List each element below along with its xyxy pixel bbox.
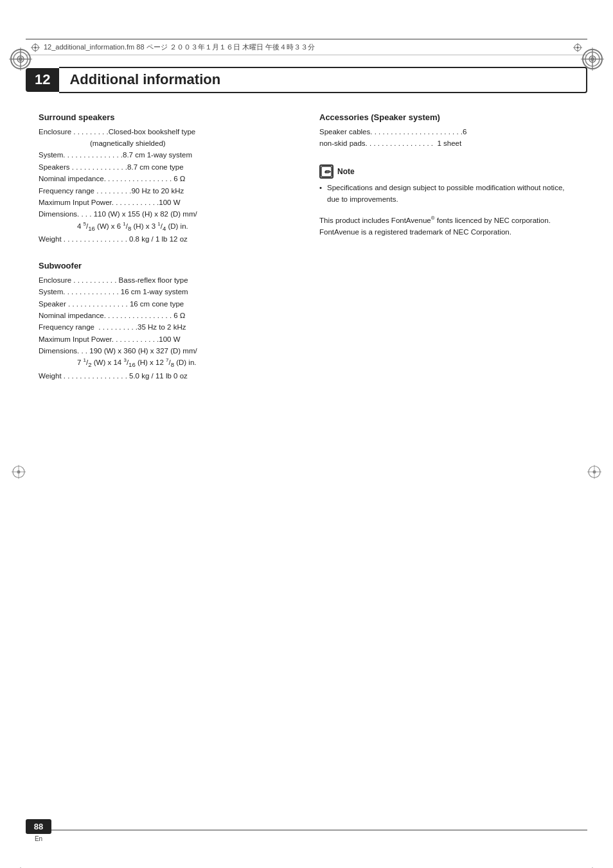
spec-line-9: 4 5/16 (W) x 6 1/8 (H) x 3 1/4 (D) in.: [39, 220, 294, 234]
right-side-reg: [587, 465, 601, 481]
sub-spec-line-7: Dimensions. . . 190 (W) x 360 (H) x 327 …: [39, 345, 294, 357]
subwoofer-section: Subwoofer Enclosure . . . . . . . . . . …: [39, 261, 294, 382]
file-info-text: 12_additional_information.fm 88 ページ ２００３…: [44, 42, 315, 52]
bottom-border-line: [26, 829, 587, 831]
page-lang: En: [26, 835, 51, 842]
surround-speakers-specs: Enclosure . . . . . . . . .Closed-box bo…: [39, 126, 294, 245]
spec-line-3: System. . . . . . . . . . . . . . .8.7 c…: [39, 149, 294, 161]
page-number-area: 88 En: [26, 819, 51, 842]
sub-spec-line-6: Maximum Input Power. . . . . . . . . . .…: [39, 333, 294, 345]
note-bullet-text: Specifications and design subject to pos…: [319, 182, 574, 206]
surround-speakers-section: Surround speakers Enclosure . . . . . . …: [39, 112, 294, 245]
pencil-icon: ✏: [321, 166, 332, 177]
acc-spec-line-1: Speaker cables. . . . . . . . . . . . . …: [319, 126, 574, 137]
accessories-specs: Speaker cables. . . . . . . . . . . . . …: [319, 126, 574, 150]
surround-speakers-heading: Surround speakers: [39, 112, 294, 122]
accessories-heading: Accessories (Speaker system): [319, 112, 574, 122]
left-column: Surround speakers Enclosure . . . . . . …: [39, 112, 294, 398]
sub-spec-line-4: Nominal impedance. . . . . . . . . . . .…: [39, 310, 294, 321]
subwoofer-specs: Enclosure . . . . . . . . . . . Bass-ref…: [39, 274, 294, 382]
file-info-bar: 12_additional_information.fm 88 ページ ２００３…: [26, 39, 587, 55]
top-left-corner-mark: [9, 48, 32, 73]
spec-line-6: Frequency range . . . . . . . . .90 Hz t…: [39, 185, 294, 197]
subwoofer-heading: Subwoofer: [39, 261, 294, 270]
sub-spec-line-3: Speaker . . . . . . . . . . . . . . . 16…: [39, 298, 294, 310]
crosshair-icon: [31, 43, 40, 52]
spec-line-5: Nominal impedance. . . . . . . . . . . .…: [39, 173, 294, 184]
right-column: Accessories (Speaker system) Speaker cab…: [319, 112, 574, 398]
spec-line-2: (magnetically shielded): [39, 137, 294, 149]
note-label: Note: [337, 167, 355, 176]
spec-line-7: Maximum Input Power. . . . . . . . . . .…: [39, 197, 294, 208]
top-right-corner-mark: [581, 48, 604, 73]
chapter-header: 12 Additional information: [26, 67, 587, 93]
fontavenue-paragraph: This product includes FontAvenue® fonts …: [319, 215, 574, 238]
spec-line-8: Dimensions. . . . 110 (W) x 155 (H) x 82…: [39, 208, 294, 220]
acc-spec-line-2: non-skid pads. . . . . . . . . . . . . .…: [319, 137, 574, 149]
content-area: Surround speakers Enclosure . . . . . . …: [39, 112, 574, 398]
page-number: 88: [26, 819, 51, 834]
sub-spec-line-9: Weight . . . . . . . . . . . . . . . . 5…: [39, 370, 294, 382]
accessories-section: Accessories (Speaker system) Speaker cab…: [319, 112, 574, 150]
spec-line-10: Weight . . . . . . . . . . . . . . . . 0…: [39, 233, 294, 245]
page: 12_additional_information.fm 88 ページ ２００３…: [0, 39, 613, 868]
spec-line-4: Speakers . . . . . . . . . . . . . .8.7 …: [39, 161, 294, 173]
spec-line-1: Enclosure . . . . . . . . .Closed-box bo…: [39, 126, 294, 137]
fontavenue-text: This product includes FontAvenue® fonts …: [319, 215, 574, 238]
note-icon: ✏: [319, 164, 333, 179]
svg-text:✏: ✏: [324, 168, 332, 177]
sub-spec-line-2: System. . . . . . . . . . . . . . 16 cm …: [39, 286, 294, 297]
sub-spec-line-5: Frequency range . . . . . . . . . .35 Hz…: [39, 321, 294, 333]
note-box: ✏ Note Specifications and design subject…: [319, 164, 574, 206]
chapter-title: Additional information: [59, 67, 587, 93]
sub-spec-line-1: Enclosure . . . . . . . . . . . Bass-ref…: [39, 274, 294, 286]
left-side-reg: [12, 465, 26, 481]
sub-spec-line-8: 7 1/2 (W) x 14 3/16 (H) x 12 7/8 (D) in.: [39, 357, 294, 370]
note-header: ✏ Note: [319, 164, 574, 179]
